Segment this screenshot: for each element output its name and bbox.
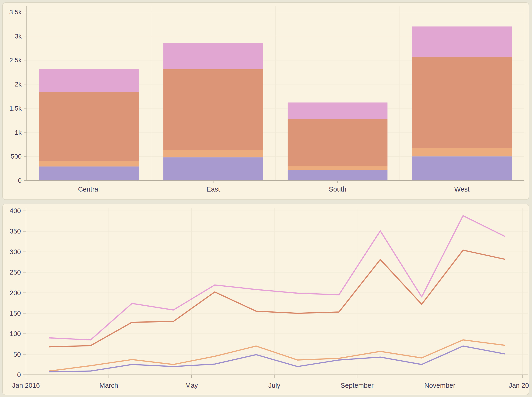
y-tick-label: 50 (13, 351, 21, 358)
bar-segment-west-purple[interactable] (412, 156, 512, 180)
bar-segment-east-purple[interactable] (163, 157, 263, 180)
x-tick-label: November (424, 382, 456, 389)
bar-segment-west-pink[interactable] (412, 26, 512, 57)
bar-segment-south-purple[interactable] (288, 170, 387, 180)
y-tick-label: 500 (11, 153, 22, 160)
bar-segment-south-tan[interactable] (288, 166, 387, 170)
x-tick-label: September (341, 382, 374, 389)
bar-segment-south-pink[interactable] (288, 103, 387, 119)
bar-segment-south-salmon[interactable] (288, 119, 387, 166)
x-category-label: South (329, 186, 346, 193)
x-tick-label: Jan 2016 (12, 382, 40, 389)
x-category-label: West (454, 186, 469, 193)
y-tick-label: 0 (18, 177, 22, 184)
bar-segment-east-pink[interactable] (163, 43, 263, 69)
line-series-orange[interactable] (49, 250, 504, 347)
bar-segment-central-salmon[interactable] (39, 92, 139, 161)
y-tick-label: 350 (10, 228, 21, 235)
bar-segment-east-salmon[interactable] (163, 69, 263, 150)
x-tick-label: Jan 2017 (509, 382, 529, 389)
y-tick-label: 3.5k (9, 9, 22, 16)
line-series-pink[interactable] (49, 216, 504, 340)
x-tick-label: March (99, 382, 118, 389)
y-tick-label: 1.5k (9, 105, 22, 112)
y-tick-label: 2k (15, 81, 22, 88)
bar-segment-west-tan[interactable] (412, 148, 512, 156)
bar-segment-central-purple[interactable] (39, 167, 139, 180)
y-tick-label: 300 (10, 248, 21, 255)
bar-segment-west-salmon[interactable] (412, 57, 512, 148)
y-tick-label: 1k (15, 129, 22, 136)
x-category-label: East (207, 186, 220, 193)
stacked-bar-chart-card: 05001k1.5k2k2.5k3k3.5kCentralEastSouthWe… (2, 2, 529, 200)
line-series-purple[interactable] (49, 346, 504, 372)
x-tick-label: May (185, 382, 198, 389)
x-tick-label: July (268, 382, 280, 389)
y-tick-label: 150 (10, 310, 21, 317)
line-chart-canvas: 050100150200250300350400Jan 2016MarchMay… (3, 204, 529, 395)
stacked-bar-chart-canvas: 05001k1.5k2k2.5k3k3.5kCentralEastSouthWe… (3, 3, 529, 199)
bar-segment-east-tan[interactable] (163, 150, 263, 157)
y-tick-label: 100 (10, 330, 21, 337)
y-tick-label: 400 (10, 207, 21, 215)
y-tick-label: 3k (15, 33, 22, 40)
y-tick-label: 200 (10, 289, 21, 297)
y-tick-label: 0 (17, 371, 21, 378)
line-chart-card: 050100150200250300350400Jan 2016MarchMay… (2, 204, 529, 395)
y-tick-label: 250 (10, 268, 21, 276)
bar-segment-central-pink[interactable] (39, 69, 139, 92)
x-category-label: Central (78, 186, 100, 193)
y-tick-label: 2.5k (9, 56, 22, 64)
bar-segment-central-tan[interactable] (39, 161, 139, 167)
